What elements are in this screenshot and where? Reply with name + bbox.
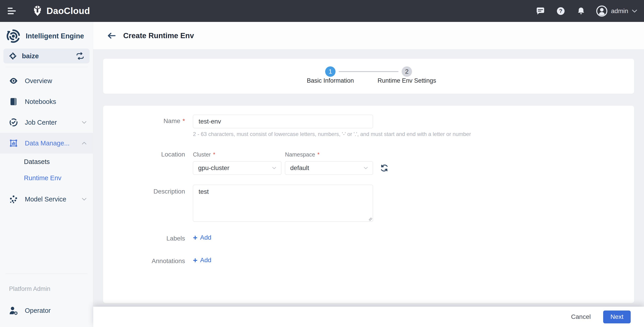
- page-header: Create Runtime Env: [93, 22, 644, 49]
- description-textarea[interactable]: test: [193, 185, 373, 222]
- topbar: DaoCloud ?: [0, 0, 644, 22]
- workspace-switcher[interactable]: baize: [4, 49, 90, 64]
- chevron-down-icon: [82, 198, 87, 201]
- data-management-icon: [8, 139, 18, 148]
- chevron-down-icon: [82, 121, 87, 124]
- sidebar: Intelligent Engine baize: [0, 22, 93, 327]
- sidebar-item-label: Model Service: [25, 196, 66, 203]
- back-arrow-icon[interactable]: [106, 30, 117, 41]
- name-input[interactable]: [193, 115, 373, 128]
- annotations-label: Annotations: [103, 257, 185, 265]
- sidebar-item-label: Notebooks: [25, 98, 56, 106]
- name-help-text: 2 - 63 characters, must consist of lower…: [193, 131, 471, 137]
- bell-icon[interactable]: [576, 6, 586, 16]
- help-icon[interactable]: ?: [556, 6, 566, 16]
- sidebar-item-model-service[interactable]: Model Service: [0, 189, 93, 210]
- next-button[interactable]: Next: [603, 310, 631, 323]
- daocloud-logo-icon: [32, 5, 43, 18]
- operator-icon: [8, 306, 18, 315]
- baize-icon: [8, 52, 17, 61]
- labels-label: Labels: [103, 235, 185, 242]
- plus-icon: +: [193, 234, 198, 241]
- namespace-label: Namespace*: [285, 151, 320, 158]
- sidebar-item-notebooks[interactable]: Notebooks: [0, 91, 93, 112]
- user-menu[interactable]: admin: [596, 6, 637, 17]
- sidebar-item-data-management[interactable]: Data Manage...: [0, 133, 93, 154]
- sidebar-item-label: Runtime Env: [24, 174, 62, 182]
- sidebar-item-datasets[interactable]: Datasets: [0, 154, 93, 170]
- sidebar-item-label: Operator: [25, 307, 50, 314]
- refresh-icon[interactable]: [380, 164, 389, 173]
- sidebar-item-label: Datasets: [24, 158, 50, 166]
- app-root: DaoCloud ?: [0, 0, 644, 327]
- namespace-select-value: default: [290, 164, 309, 172]
- add-label: Add: [200, 234, 212, 241]
- step-number: 1: [328, 68, 332, 75]
- page-title: Create Runtime Env: [123, 31, 194, 40]
- required-asterisk: *: [213, 151, 215, 158]
- username: admin: [611, 8, 628, 15]
- cluster-select-value: gpu-cluster: [198, 164, 230, 172]
- brand-name: DaoCloud: [46, 6, 90, 16]
- topbar-right: ? admin: [535, 6, 637, 17]
- workspace-name: baize: [22, 52, 39, 60]
- chevron-down-icon: [632, 10, 637, 13]
- required-asterisk: *: [317, 151, 320, 158]
- cluster-label: Cluster*: [193, 151, 215, 158]
- help-glyph: ?: [559, 8, 562, 14]
- plus-icon: +: [193, 257, 198, 263]
- step-1-label: Basic Information: [307, 77, 354, 84]
- step-number: 2: [405, 68, 409, 75]
- location-label: Location: [103, 151, 185, 158]
- sidebar-item-runtime-env[interactable]: Runtime Env: [0, 170, 93, 186]
- step-2-indicator: 2: [402, 66, 412, 77]
- product-name: Intelligent Engine: [26, 32, 84, 40]
- product-row: Intelligent Engine: [0, 22, 93, 49]
- brand: DaoCloud: [32, 5, 90, 18]
- switch-workspace-icon[interactable]: [76, 52, 84, 60]
- namespace-select[interactable]: default: [285, 161, 373, 175]
- cluster-select[interactable]: gpu-cluster: [193, 161, 282, 175]
- main-content: 1 2 Basic Information Runtime Env Settin…: [93, 49, 644, 307]
- sidebar-divider: [6, 274, 88, 274]
- description-field-wrap: test: [193, 185, 373, 222]
- name-label: Name*: [103, 117, 185, 125]
- step-2-label: Runtime Env Settings: [378, 77, 436, 84]
- section-label: Platform Admin: [0, 277, 93, 292]
- model-service-icon: [8, 195, 18, 204]
- form-card: Name* 2 - 63 characters, must consist of…: [103, 106, 634, 303]
- job-center-icon: [8, 118, 18, 127]
- stepper-card: 1 2 Basic Information Runtime Env Settin…: [103, 59, 634, 94]
- step-1-indicator: 1: [325, 66, 336, 77]
- chevron-down-icon: [272, 167, 276, 169]
- sidebar-item-label: Data Manage...: [25, 140, 70, 147]
- avatar: [596, 6, 608, 17]
- sidebar-item-operator[interactable]: Operator: [0, 300, 93, 321]
- annotations-add-button[interactable]: + Add: [193, 256, 212, 264]
- step-connector: [339, 71, 398, 72]
- eye-icon: [8, 76, 18, 85]
- sidebar-item-label: Overview: [25, 77, 52, 85]
- add-label: Add: [200, 256, 212, 264]
- notebook-icon: [8, 97, 18, 106]
- sidebar-item-label: Job Center: [25, 119, 57, 126]
- required-asterisk: *: [182, 117, 185, 124]
- sidebar-item-overview[interactable]: Overview: [0, 71, 93, 91]
- chevron-up-icon: [82, 142, 87, 145]
- footer-actions: Cancel Next: [93, 307, 644, 327]
- intelligent-engine-icon: [6, 29, 21, 44]
- description-label: Description: [103, 188, 185, 195]
- cancel-button[interactable]: Cancel: [571, 313, 591, 320]
- sidebar-item-job-center[interactable]: Job Center: [0, 112, 93, 133]
- labels-add-button[interactable]: + Add: [193, 234, 212, 241]
- sidebar-bottom: Platform Admin: [0, 270, 93, 321]
- sidebar-divider: [6, 67, 88, 67]
- hamburger-menu-icon[interactable]: [8, 7, 20, 16]
- chevron-down-icon: [364, 167, 368, 169]
- message-icon[interactable]: [535, 6, 546, 16]
- stepper: 1 2 Basic Information Runtime Env Settin…: [325, 59, 412, 94]
